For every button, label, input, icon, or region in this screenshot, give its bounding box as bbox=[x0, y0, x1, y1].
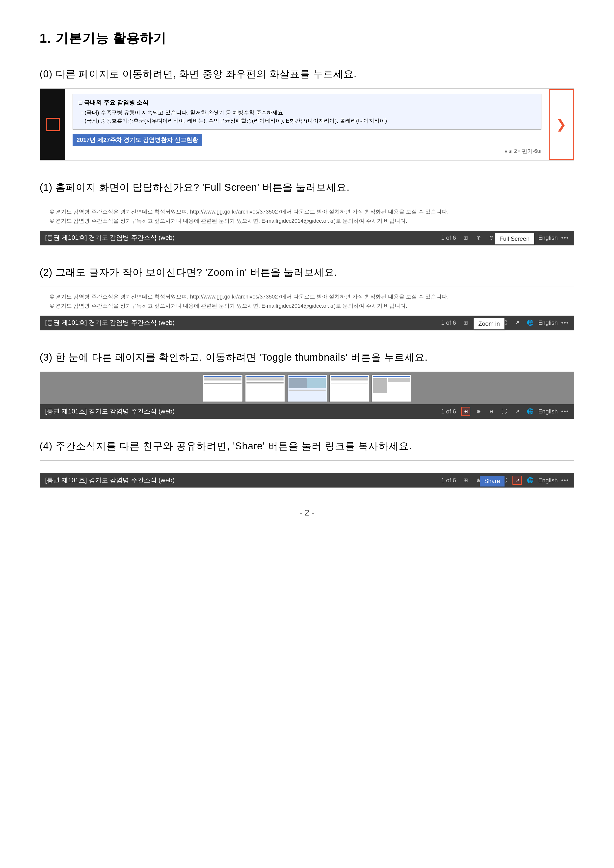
step-2-demo: © 경기도 감염병 주간소식은 경기전년데로 착성되었으며, http://ww… bbox=[40, 287, 574, 330]
step-4-toolbar-wrap: Share [통권 제101호] 경기도 감염병 주간소식 (web) 1 of… bbox=[40, 473, 574, 488]
step-3-demo: [통권 제101호] 경기도 감염병 주간소식 (web) 1 of 6 ⊞ ⊕… bbox=[40, 372, 574, 419]
step-4-section: (4) 주간소식지를 다른 친구와 공유하려면, 'Share' 버튼을 눌러 … bbox=[40, 439, 574, 488]
news-footer: visi 2× 편기·6ui bbox=[73, 147, 541, 155]
nav-demo-0: □ 국내외 주요 감염병 소식 - (국내) 수족구병 유행이 지속되고 있습니… bbox=[40, 89, 574, 160]
news-highlight: 2017년 제27주차 경기도 감염병환자 신고현황 bbox=[73, 134, 202, 146]
step-2-section: (2) 그래도 글자가 작아 보이신다면? 'Zoom in' 버튼을 눌러보세… bbox=[40, 265, 574, 330]
step-3-toolbar-page: 1 of 6 bbox=[441, 408, 456, 415]
right-arrow-icon: ❯ bbox=[556, 117, 566, 132]
step-4-toolbar-page: 1 of 6 bbox=[441, 477, 456, 484]
toolbar-lang-1: English bbox=[538, 234, 558, 241]
toolbar-dots-4: ••• bbox=[561, 477, 569, 484]
page-title: 1. 기본기능 활용하기 bbox=[40, 30, 574, 47]
news-title: □ 국내외 주요 감염병 소식 bbox=[79, 99, 535, 107]
share-icon-4[interactable]: ↗ bbox=[512, 476, 522, 485]
step-1-toolbar-wrap: Full Screen [통권 제101호] 경기도 감염병 주간소식 (web… bbox=[40, 231, 574, 245]
toolbar-lang-2: English bbox=[538, 319, 558, 326]
thumbnails-icon-2[interactable]: ⊞ bbox=[461, 318, 470, 327]
thumbnails-icon[interactable]: ⊞ bbox=[461, 233, 470, 242]
zoomout-icon-3[interactable]: ⊖ bbox=[487, 407, 496, 416]
step-0-demo: □ 국내외 주요 감염병 소식 - (국내) 수족구병 유행이 지속되고 있습니… bbox=[40, 88, 574, 161]
step-1-demo: © 경기도 감염병 주간소식은 경기전년데로 착성되었으며, http://ww… bbox=[40, 202, 574, 245]
thumb-5[interactable] bbox=[372, 375, 411, 402]
step-3-section: (3) 한 눈에 다른 페이지를 확인하고, 이동하려면 'Toggle thu… bbox=[40, 350, 574, 419]
step-2-line-2: © 경기도 감염병 주간소식을 정기구독하고 싶으시거나 내용에 관련된 문의가… bbox=[50, 301, 564, 310]
step-4-toolbar-icons: ⊞ ⊕ ⊖ ⛶ ↗ 🌐 English ••• bbox=[461, 476, 569, 485]
thumb-3[interactable] bbox=[287, 375, 327, 402]
news-box: □ 국내외 주요 감염병 소식 - (국내) 수족구병 유행이 지속되고 있습니… bbox=[73, 94, 541, 130]
step-0-section: (0) 다른 페이지로 이동하려면, 화면 중앙 좌우편의 화살표를 누르세요.… bbox=[40, 67, 574, 161]
left-arrow-indicator bbox=[46, 118, 60, 131]
nav-left-arrow[interactable] bbox=[40, 89, 65, 160]
lang-icon-2[interactable]: 🌐 bbox=[525, 318, 535, 327]
thumb-1[interactable] bbox=[203, 375, 243, 402]
step-1-toolbar-page: 1 of 6 bbox=[441, 234, 456, 241]
toolbar-dots-2: ••• bbox=[561, 319, 569, 326]
thumbnails-icon-3[interactable]: ⊞ bbox=[461, 407, 470, 416]
page-number: - 2 - bbox=[40, 508, 574, 518]
step-1-line-1: © 경기도 감염병 주간소식은 경기전년데로 착성되었으며, http://ww… bbox=[50, 207, 564, 216]
fullscreen-tooltip: Full Screen bbox=[495, 233, 534, 245]
toolbar-dots-1: ••• bbox=[561, 234, 569, 241]
step-0-title: (0) 다른 페이지로 이동하려면, 화면 중앙 좌우편의 화살표를 누르세요. bbox=[40, 67, 574, 81]
step-4-content bbox=[40, 461, 574, 473]
zoomin-icon-3[interactable]: ⊕ bbox=[474, 407, 483, 416]
share-icon-3[interactable]: ↗ bbox=[512, 407, 522, 416]
step-3-toolbar-wrap: [통권 제101호] 경기도 감염병 주간소식 (web) 1 of 6 ⊞ ⊕… bbox=[40, 404, 574, 418]
news-item-2: - (국외) 중동호흡기증후군(사우디아라비아, 레바논), 수막구균성패혈증(… bbox=[81, 117, 535, 125]
zoomin-tooltip: Zoom in bbox=[474, 318, 504, 329]
step-3-toolbar-icons: ⊞ ⊕ ⊖ ⛶ ↗ 🌐 English ••• bbox=[461, 407, 569, 416]
share-icon-2[interactable]: ↗ bbox=[512, 318, 522, 327]
step-1-section: (1) 홈페이지 화면이 답답하신가요? 'Full Screen' 버튼을 눌… bbox=[40, 180, 574, 245]
step-4-demo: Share [통권 제101호] 경기도 감염병 주간소식 (web) 1 of… bbox=[40, 460, 574, 488]
fullscreen-icon-3[interactable]: ⛶ bbox=[499, 407, 509, 416]
share-tooltip: Share bbox=[480, 476, 504, 487]
step-3-toolbar-title: [통권 제101호] 경기도 감염병 주간소식 (web) bbox=[45, 407, 436, 416]
step-3-title: (3) 한 눈에 다른 페이지를 확인하고, 이동하려면 'Toggle thu… bbox=[40, 350, 574, 364]
lang-icon-4[interactable]: 🌐 bbox=[525, 476, 535, 485]
thumb-2[interactable] bbox=[245, 375, 285, 402]
step-1-content: © 경기도 감염병 주간소식은 경기전년데로 착성되었으며, http://ww… bbox=[40, 202, 574, 231]
step-1-toolbar: [통권 제101호] 경기도 감염병 주간소식 (web) 1 of 6 ⊞ ⊕… bbox=[40, 231, 574, 245]
news-item-1: - (국내) 수족구병 유행이 지속되고 있습니다. 철저한 손씻기 등 예방수… bbox=[81, 108, 535, 117]
step-2-toolbar-wrap: Zoom in [통권 제101호] 경기도 감염병 주간소식 (web) 1 … bbox=[40, 316, 574, 330]
thumbnails-row bbox=[40, 372, 574, 404]
lang-icon-3[interactable]: 🌐 bbox=[525, 407, 535, 416]
step-4-title: (4) 주간소식지를 다른 친구와 공유하려면, 'Share' 버튼을 눌러 … bbox=[40, 439, 574, 453]
toolbar-dots-3: ••• bbox=[561, 408, 569, 415]
step-2-toolbar-title: [통권 제101호] 경기도 감염병 주간소식 (web) bbox=[45, 318, 436, 327]
step-4-toolbar-title: [통권 제101호] 경기도 감염병 주간소식 (web) bbox=[45, 476, 436, 485]
zoomin-icon[interactable]: ⊕ bbox=[474, 233, 483, 242]
thumb-4[interactable] bbox=[329, 375, 369, 402]
step-3-toolbar: [통권 제101호] 경기도 감염병 주간소식 (web) 1 of 6 ⊞ ⊕… bbox=[40, 404, 574, 418]
step-1-line-2: © 경기도 감염병 주간소식을 정기구독하고 싶으시거나 내용에 관련된 문의가… bbox=[50, 216, 564, 225]
step-2-line-1: © 경기도 감염병 주간소식은 경기전년데로 착성되었으며, http://ww… bbox=[50, 292, 564, 301]
step-2-title: (2) 그래도 글자가 작아 보이신다면? 'Zoom in' 버튼을 눌러보세… bbox=[40, 265, 574, 279]
step-2-content: © 경기도 감염병 주간소식은 경기전년데로 착성되었으며, http://ww… bbox=[40, 287, 574, 316]
step-1-toolbar-title: [통권 제101호] 경기도 감염병 주간소식 (web) bbox=[45, 233, 436, 242]
nav-right-arrow[interactable]: ❯ bbox=[549, 89, 574, 160]
toolbar-lang-4: English bbox=[538, 477, 558, 484]
toolbar-lang-3: English bbox=[538, 408, 558, 415]
step-2-toolbar-page: 1 of 6 bbox=[441, 319, 456, 326]
step-1-title: (1) 홈페이지 화면이 답답하신가요? 'Full Screen' 버튼을 눌… bbox=[40, 180, 574, 194]
nav-content-0: □ 국내외 주요 감염병 소식 - (국내) 수족구병 유행이 지속되고 있습니… bbox=[65, 89, 549, 160]
thumbnails-icon-4[interactable]: ⊞ bbox=[461, 476, 470, 485]
